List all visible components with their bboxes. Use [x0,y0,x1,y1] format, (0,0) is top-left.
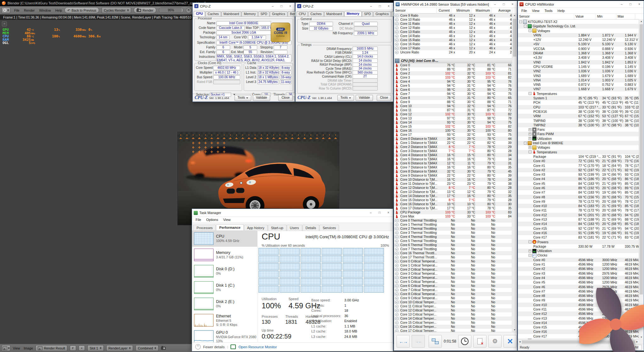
sensor-row[interactable]: Core 9 Critical Temperat...NoNoNo [394,296,517,300]
menu-image[interactable]: Image [24,346,33,350]
sensor-row[interactable]: Core 6 Critical Temperat...NoNoNo [394,284,517,288]
sensor-row[interactable] [394,54,517,58]
sensor-row[interactable]: Core 14 Distance to TjM...17 °C16 °C80 °… [394,194,517,198]
sensor-row[interactable]: Core 3 Thermal ThrottlingNoNoNo [394,231,517,235]
close-button[interactable]: Close [377,95,391,101]
tree-row[interactable]: TMPIN238 °C (100 °F)37 °C (98 °F)38 °C (… [518,123,644,127]
sensor-row[interactable]: Core 7 Distance to TjMAX16 °C16 °C80 °C3… [394,165,517,169]
minimize-icon[interactable]: – [366,209,375,217]
menu-file[interactable]: File [519,9,529,13]
sensor-row[interactable]: Core 988 °C30 °C88 °C71 °C [394,100,517,104]
tree-row[interactable]: VIN71.668 V1.668 V1.679 V [518,87,644,91]
menu-view[interactable]: View [221,218,233,222]
collapse-columns-button[interactable]: →← [412,335,425,348]
tree-row[interactable]: Core #1484 °C (183 °F)20 °C (68 °F)85 °C… [518,222,644,226]
sidebar-item-disk-1-c-[interactable]: Disk 1 (C:)0% [192,279,257,296]
sensor-row[interactable]: Core 6 Thermal ThrottlingNoNoNo [394,243,517,247]
tree-row[interactable]: +Voltages [518,145,644,150]
sensor-row[interactable]: Core 2102 °C32 °C103 °C81 °C [394,71,517,75]
minimize-icon[interactable]: – [268,3,277,9]
clock-button[interactable] [458,335,471,348]
sensor-row[interactable]: Core 1 Thermal ThrottlingNoNoNo [394,223,517,227]
expander-expand-icon[interactable]: + [529,137,531,140]
minimize-icon[interactable]: – [367,3,375,9]
tree-row[interactable]: Core #1387 °C (188 °F)21 °C (69 °F)88 °C… [518,217,644,222]
sensor-row[interactable]: Core 14 Ratio46 x12 x46 x41 x [394,34,517,38]
sensor-row[interactable]: Core 878 °C31 °C80 °C65 °C [394,96,517,100]
tab-spd[interactable]: SPD [362,11,373,16]
close-sensors-button[interactable]: ✕ [503,335,517,348]
tree-row[interactable]: Core #869 °C (156 °F)20 °C (68 °F)70 °C … [518,195,644,199]
tree-row[interactable]: Core #292 °C (197 °F)22 °C (71 °F)92 °C … [518,168,644,172]
expander-collapse-icon[interactable]: - [524,25,527,28]
tree-row[interactable]: VIN41.014 V1.003 V1.025 V [518,78,644,82]
sensor-row[interactable]: Core 3 Critical Temperat...NoNoNo [394,272,517,276]
tree-row[interactable]: Core #1691 °C (195 °F)19 °C (66 °F)91 °C… [518,231,644,235]
expander-expand-icon[interactable]: + [529,133,531,135]
sensor-row[interactable]: Core 3103 °C30 °C103 °C82 °C [394,75,517,80]
tree-row[interactable]: Core #978 °C (172 °F)20 °C (68 °F)78 °C … [518,199,644,204]
column-header-sensor[interactable]: Sensor [518,14,574,19]
tree-row[interactable]: Core #072 °C (161 °F)21 °C (69 °F)73 °C … [518,159,644,163]
tree-row[interactable]: Core #24596 MHz1200 MHz4619 MHz [518,267,644,271]
tree-row[interactable]: Core #1783 °C (181 °F)22 °C (71 °F)83 °C… [518,235,644,239]
fake-user-button[interactable]: F [70,345,76,351]
sensor-row[interactable]: Core 1397 °C31 °C98 °C78 °C [394,116,517,120]
maximize-icon[interactable]: □ [499,1,508,8]
menu-file[interactable]: File [193,218,203,222]
editor-type-selector-image[interactable] [2,345,10,351]
expander-collapse-icon[interactable]: - [529,240,531,243]
sensor-section-row[interactable]: CPU [#0]: Intel Core i9-... [394,58,517,63]
expander-collapse-icon[interactable]: - [529,29,531,32]
sensor-row[interactable]: Core 12 Critical Temper...NoNoNo [394,308,517,312]
tm-title-bar[interactable]: Task Manager – □ × [192,209,393,217]
sensor-row[interactable]: Core 3 Distance to TjMAX7 °C7 °C80 °C28 … [394,149,517,153]
sensor-row[interactable]: Core 0 Distance to TjMAX34 °C29 °C78 °C4… [394,137,517,141]
sensor-row[interactable]: Core 13 Critical Temper...NoNoNo [394,312,517,316]
expander-expand-icon[interactable]: + [529,128,531,131]
expand-columns-button[interactable]: ←→ [397,335,410,348]
slot-select[interactable]: Slot 1 [87,345,104,351]
sensor-row[interactable]: Core 15102 °C31 °C103 °C82 °C [394,124,517,129]
menu-tools[interactable]: Tools [542,9,555,13]
tab-memory[interactable]: Memory [242,11,258,16]
tab-graphics[interactable]: Graphics [373,11,391,16]
sensor-row[interactable]: Core 1187 °C31 °C87 °C72 °C [394,108,517,112]
menu-help[interactable]: Help [555,9,567,13]
sensor-row[interactable]: Core 0 Thermal ThrottlingNoNoNo [394,218,517,223]
sensor-row[interactable]: Core 13 Ratio46 x12 x46 x42 x [394,30,517,34]
region-split-plus-icon[interactable]: + [2,21,7,26]
tree-row[interactable]: +Utilization [518,249,644,253]
cpuz1-title-bar[interactable]: Z CPU-Z – □ × [193,3,295,10]
scrollbar-thumb[interactable] [513,19,516,57]
tree-row[interactable]: VIN50.872 V0.752 V0.883 V [518,82,644,87]
tree-row[interactable]: Core #54596 MHz1200 MHz4619 MHz [518,280,644,284]
sensor-row[interactable]: Core 2 Critical Temperat...NoNoNo [394,267,517,272]
menu-render[interactable]: Render [24,8,35,12]
tree-row[interactable]: PCH45 °C (113 °F)45 °C (113 °F)45 °C (11… [518,100,644,105]
sensor-row[interactable]: CPU Package103 °C33 °C103 °C83 °C [394,210,517,214]
scroll-up-icon[interactable]: ▲ [639,19,644,24]
sensor-row[interactable]: Core 10 Critical Temper...NoNoNo [394,300,517,304]
sensor-row[interactable]: Core 2 Distance to TjMAX8 °C7 °C78 °C29 … [394,145,517,149]
sensor-row[interactable]: Core 15 Distance to TjM...8 °C7 °C79 °C2… [394,198,517,202]
expander-expand-icon[interactable]: + [529,250,531,252]
close-icon[interactable]: × [384,209,393,217]
tree-row[interactable]: Core #1178 °C (172 °F)20 °C (68 °F)78 °C… [518,208,644,212]
tree-row[interactable]: Core #04596 MHz3000 MHz4619 MHz [518,258,644,262]
tree-row[interactable]: -Powers [518,240,644,244]
tree-row[interactable]: +Utilization [518,136,644,141]
sensor-row[interactable]: Core 6 Distance to TjMAX12 °C11 °C79 °C3… [394,161,517,165]
sensor-row[interactable]: Core 14 Critical Temper...NoNoNo [394,316,517,321]
tab-memory[interactable]: Memory [344,11,361,16]
validate-button[interactable]: Validate [253,95,270,101]
sensor-row[interactable]: Core 698 °C31 °C99 °C79 °C [394,88,517,92]
sensor-row[interactable]: Core 17 Thermal Throttl...NoNoNo [394,255,517,259]
sensor-row[interactable]: Core 5 Thermal ThrottlingNoNoNo [394,239,517,243]
sensor-row[interactable]: Core 16 Ratio46 x12 x46 x41 x [394,42,517,46]
tree-row[interactable]: Package330.50 W17.78 W330.75 W [518,244,644,249]
tree-row[interactable]: VRM67 °C (152 °F)53 °C (127 °F)67 °C (15… [518,114,644,118]
sensor-row[interactable]: Core 8 Critical Temperat...NoNoNo [394,292,517,296]
tree-row[interactable]: Core #486 °C (186 °F)20 °C (68 °F)86 °C … [518,177,644,181]
column-header-min[interactable]: Min [596,14,616,19]
